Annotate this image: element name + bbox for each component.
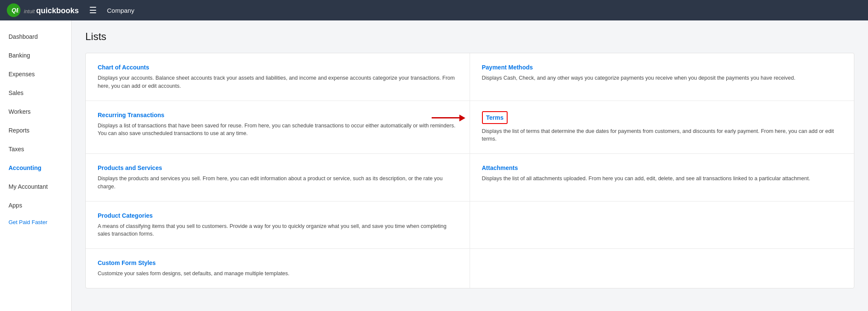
lists-grid: Chart of Accounts Displays your accounts… — [85, 53, 854, 288]
attachments-desc: Displays the list of all attachments upl… — [482, 175, 842, 183]
payment-methods-block: Payment Methods Displays Cash, Check, an… — [470, 53, 854, 101]
recurring-transactions-desc: Displays a list of transactions that hav… — [98, 122, 458, 138]
sidebar-item-my-accountant[interactable]: My Accountant — [0, 177, 71, 196]
terms-desc: Displays the list of terms that determin… — [482, 127, 842, 144]
sidebar-item-banking[interactable]: Banking — [0, 46, 71, 65]
terms-block: Terms Displays the list of terms that de… — [470, 101, 854, 154]
sidebar-item-accounting[interactable]: Accounting — [0, 158, 71, 177]
top-navigation: QB intuit quickbooks ☰ Company — [0, 0, 868, 20]
lists-row-4: Product Categories A means of classifyin… — [86, 202, 854, 249]
sidebar-item-reports[interactable]: Reports — [0, 121, 71, 140]
recurring-transactions-block: Recurring Transactions Displays a list o… — [86, 101, 470, 154]
products-services-block: Products and Services Displays the produ… — [86, 154, 470, 201]
sidebar-item-apps[interactable]: Apps — [0, 196, 71, 215]
chart-of-accounts-desc: Displays your accounts. Balance sheet ac… — [98, 74, 458, 90]
custom-form-styles-link[interactable]: Custom Form Styles — [98, 259, 156, 266]
payment-methods-desc: Displays Cash, Check, and any other ways… — [482, 74, 842, 82]
chart-of-accounts-link[interactable]: Chart of Accounts — [98, 64, 149, 71]
page-title: Lists — [85, 31, 854, 43]
chart-of-accounts-block: Chart of Accounts Displays your accounts… — [86, 53, 470, 101]
qb-brand-text: intuit quickbooks — [24, 6, 79, 15]
products-services-link[interactable]: Products and Services — [98, 164, 162, 171]
attachments-block: Attachments Displays the list of all att… — [470, 154, 854, 201]
recurring-transactions-link[interactable]: Recurring Transactions — [98, 112, 164, 118]
custom-form-styles-desc: Customize your sales form designs, set d… — [98, 270, 458, 278]
lists-row-3: Products and Services Displays the produ… — [86, 154, 854, 202]
lists-row-1: Chart of Accounts Displays your accounts… — [86, 53, 854, 101]
product-categories-link[interactable]: Product Categories — [98, 212, 153, 219]
sidebar-item-expenses[interactable]: Expenses — [0, 65, 71, 84]
app-layout: Dashboard Banking Expenses Sales Workers… — [0, 20, 868, 311]
products-services-desc: Displays the products and services you s… — [98, 175, 458, 191]
sidebar-item-get-paid[interactable]: Get Paid Faster — [0, 215, 71, 230]
company-label: Company — [107, 7, 134, 14]
hamburger-icon[interactable]: ☰ — [86, 3, 100, 17]
attachments-link[interactable]: Attachments — [482, 164, 518, 171]
lists-row-2: Recurring Transactions Displays a list o… — [86, 101, 854, 154]
empty-col-4 — [470, 202, 854, 249]
svg-text:QB: QB — [12, 7, 18, 14]
custom-form-styles-block: Custom Form Styles Customize your sales … — [86, 249, 470, 288]
empty-col-5 — [470, 249, 854, 288]
terms-link[interactable]: Terms — [486, 114, 504, 121]
sidebar-item-sales[interactable]: Sales — [0, 84, 71, 102]
sidebar: Dashboard Banking Expenses Sales Workers… — [0, 20, 72, 311]
sidebar-item-taxes[interactable]: Taxes — [0, 140, 71, 158]
payment-methods-link[interactable]: Payment Methods — [482, 64, 533, 71]
product-categories-block: Product Categories A means of classifyin… — [86, 202, 470, 249]
qb-logo[interactable]: QB intuit quickbooks — [7, 3, 79, 17]
qb-logo-icon: QB — [7, 3, 20, 17]
main-content: Lists Chart of Accounts Displays your ac… — [72, 20, 868, 311]
sidebar-item-workers[interactable]: Workers — [0, 102, 71, 121]
lists-row-5: Custom Form Styles Customize your sales … — [86, 249, 854, 288]
terms-highlighted-box: Terms — [482, 111, 508, 124]
sidebar-item-dashboard[interactable]: Dashboard — [0, 27, 71, 46]
product-categories-desc: A means of classifying items that you se… — [98, 222, 458, 239]
